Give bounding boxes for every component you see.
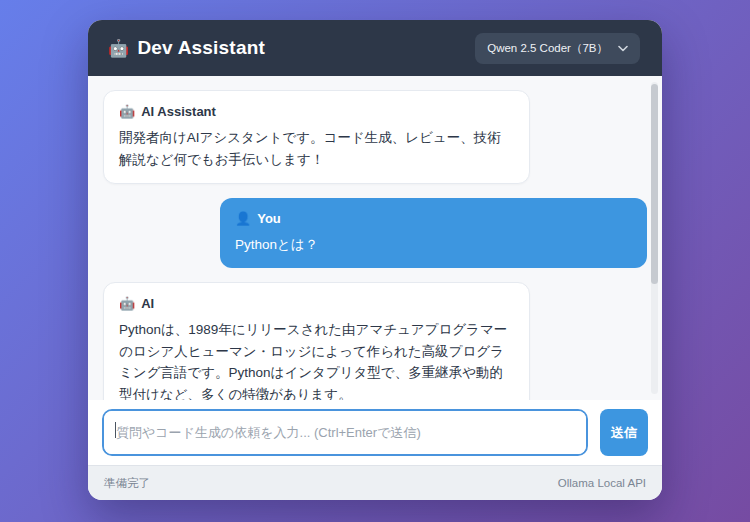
message-body: Pythonとは？: [235, 234, 632, 256]
status-text: 準備完了: [104, 476, 150, 491]
assistant-message: 🤖 AI Pythonは、1989年にリリースされた由アマチュアプログラマーのロ…: [103, 282, 530, 400]
messages-scrollbar-thumb[interactable]: [651, 84, 658, 284]
chat-app-window: 🤖 Dev Assistant Qwen 2.5 Coder（7B） 🤖 AI …: [88, 20, 662, 500]
message-paragraph: Pythonは、1989年にリリースされた由アマチュアプログラマーのロシア人ヒュ…: [119, 319, 514, 400]
message-body: Pythonは、1989年にリリースされた由アマチュアプログラマーのロシア人ヒュ…: [119, 319, 514, 400]
message-sender: 🤖 AI: [119, 293, 514, 314]
message-paragraph: Pythonとは？: [235, 234, 632, 256]
app-header: 🤖 Dev Assistant Qwen 2.5 Coder（7B）: [88, 20, 662, 76]
robot-icon: 🤖: [119, 293, 135, 314]
message-sender-name: AI Assistant: [141, 101, 216, 122]
messages-list: 🤖 AI Assistant 開発者向けAIアシスタントです。コード生成、レビュ…: [88, 76, 662, 400]
message-sender: 🤖 AI Assistant: [119, 101, 514, 122]
message-input[interactable]: [102, 409, 588, 456]
backend-label: Ollama Local API: [558, 477, 646, 489]
model-selector-value: Qwen 2.5 Coder（7B）: [487, 41, 608, 56]
person-icon: 👤: [235, 208, 251, 229]
message-sender: 👤 You: [235, 208, 632, 229]
message-paragraph: 開発者向けAIアシスタントです。コード生成、レビュー、技術解説など何でもお手伝い…: [119, 127, 514, 171]
model-selector-dropdown[interactable]: Qwen 2.5 Coder（7B）: [475, 33, 640, 64]
message-body: 開発者向けAIアシスタントです。コード生成、レビュー、技術解説など何でもお手伝い…: [119, 127, 514, 171]
composer: 送信: [88, 400, 662, 465]
status-bar: 準備完了 Ollama Local API: [88, 465, 662, 500]
message-sender-name: You: [257, 208, 281, 229]
message-input-wrap: [102, 409, 588, 456]
app-title: 🤖 Dev Assistant: [108, 37, 265, 59]
chevron-down-icon: [618, 45, 628, 52]
message-sender-name: AI: [141, 293, 154, 314]
assistant-message: 🤖 AI Assistant 開発者向けAIアシスタントです。コード生成、レビュ…: [103, 90, 530, 184]
robot-icon: 🤖: [119, 101, 135, 122]
text-cursor: [115, 422, 116, 438]
send-button[interactable]: 送信: [600, 409, 648, 456]
app-title-text: Dev Assistant: [137, 37, 265, 59]
user-message: 👤 You Pythonとは？: [220, 198, 647, 268]
robot-icon: 🤖: [108, 38, 129, 59]
